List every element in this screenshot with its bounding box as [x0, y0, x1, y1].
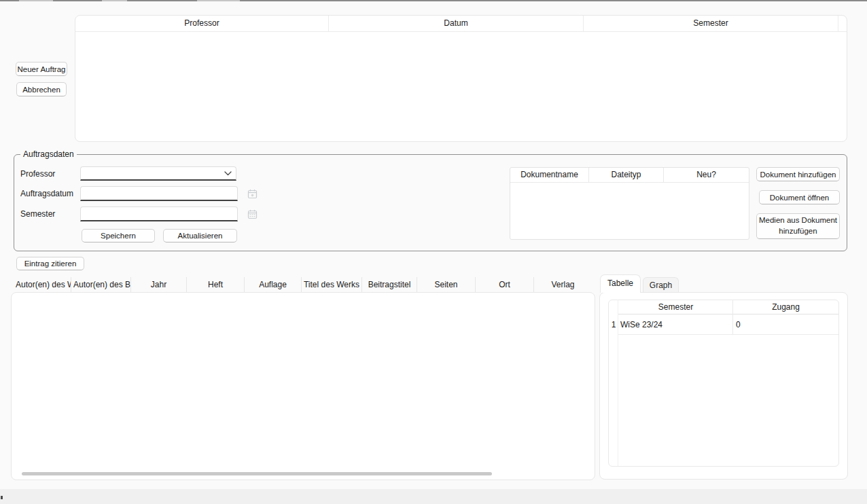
calendar-grid-icon[interactable] [247, 209, 258, 219]
save-button[interactable]: Speichern [82, 229, 155, 242]
documents-table-body[interactable] [510, 183, 749, 239]
semester-stats-header: Semester Zugang [609, 300, 838, 314]
calendar-day-icon[interactable] [247, 188, 258, 199]
column-header-datum: Datum [329, 16, 584, 31]
professor-label: Professor [20, 169, 55, 179]
orders-table-body[interactable] [75, 32, 847, 141]
row-zugang-value: 0 [733, 314, 838, 335]
column-header-professor: Professor [75, 16, 329, 31]
documents-table-header: Dokumentname Dateityp Neu? [510, 168, 749, 183]
open-document-button[interactable]: Dokument öffnen [759, 190, 840, 204]
new-order-button[interactable]: Neuer Auftrag [16, 62, 67, 76]
column-header-autor-werk: Autor(en) des Werks [14, 277, 71, 292]
add-document-button[interactable]: Dokument hinzufügen [756, 167, 840, 181]
citations-table-body[interactable] [11, 292, 595, 480]
column-header-verlag: Verlag [534, 277, 592, 292]
semester-label: Semester [20, 209, 55, 219]
semester-input[interactable] [80, 206, 238, 221]
cite-entry-button[interactable]: Eintrag zitieren [16, 257, 84, 270]
column-header-auflage: Auflage [245, 277, 302, 292]
citations-table-header: Autor(en) des Werks Autor(en) des Beitra… [14, 277, 592, 292]
column-header-seiten: Seiten [417, 277, 476, 292]
orders-table-header: Professor Datum Semester [75, 16, 847, 32]
column-header-stats-zugang: Zugang [733, 300, 838, 314]
tab-tabelle[interactable]: Tabelle [600, 274, 641, 293]
professor-combobox[interactable] [80, 166, 236, 181]
column-header-dokumentname: Dokumentname [510, 168, 589, 182]
add-media-from-document-button[interactable]: Medien aus Dokument hinzufügen [756, 213, 840, 239]
semester-stats-table: Semester Zugang 1 WiSe 23/24 0 [608, 300, 839, 467]
window-top-edge [0, 0, 867, 1]
column-header-stats-semester: Semester [618, 300, 733, 314]
window-bottom-strip [0, 489, 867, 504]
column-header-heft: Heft [187, 277, 245, 292]
table-row[interactable]: 1 WiSe 23/24 0 [609, 314, 838, 335]
order-form-group-title: Auftragsdaten [20, 149, 77, 159]
column-header-autor-beitrag: Autor(en) des Beitrags [71, 277, 131, 292]
row-semester-value: WiSe 23/24 [618, 314, 733, 335]
chevron-down-icon [224, 171, 232, 176]
column-header-titel-des-werks: Titel des Werks [302, 277, 362, 292]
horizontal-scrollbar[interactable] [22, 472, 492, 475]
column-header-dateityp: Dateityp [589, 168, 664, 182]
stats-column-separator [732, 300, 733, 334]
refresh-button[interactable]: Aktualisieren [163, 229, 237, 242]
column-header-neu: Neu? [664, 168, 749, 182]
cursor-artifact [1, 496, 3, 499]
orders-table: Professor Datum Semester [75, 15, 847, 142]
column-header-semester: Semester [584, 16, 838, 31]
documents-table: Dokumentname Dateityp Neu? [510, 167, 749, 240]
row-number-separator [618, 300, 618, 466]
column-header-jahr: Jahr [131, 277, 187, 292]
order-date-label: Auftragsdatum [20, 189, 73, 199]
tab-graph[interactable]: Graph [643, 277, 679, 292]
order-date-input[interactable] [80, 186, 238, 201]
cancel-button[interactable]: Abbrechen [16, 82, 67, 96]
column-header-ort: Ort [476, 277, 534, 292]
column-header-beitragstitel: Beitragstitel [362, 277, 417, 292]
row-number: 1 [609, 314, 618, 335]
